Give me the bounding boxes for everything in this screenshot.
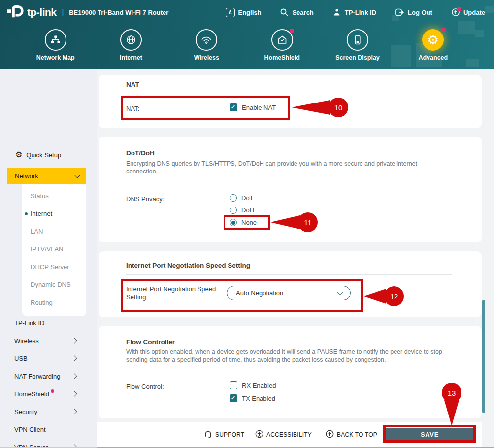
divider (126, 274, 452, 275)
update-label: Update (463, 9, 485, 16)
sidebar-item-iptv-vlan[interactable]: IPTV/VLAN (22, 241, 86, 258)
sidebar-item-network[interactable]: Network (7, 168, 86, 184)
nav-label: Wireless (194, 54, 219, 61)
dot-radio[interactable] (230, 194, 237, 202)
sidebar-item-quick-setup[interactable]: ⚙ Quick Setup (15, 151, 61, 159)
sidebar-item-nat-forwarding[interactable]: NAT Forwarding (0, 367, 97, 385)
sidebar-item-routing[interactable]: Routing (22, 294, 86, 311)
update-icon (451, 8, 460, 17)
sidebar-item-label: NAT Forwarding (14, 373, 60, 380)
router-model-title: BE19000 Tri-Band Wi-Fi 7 Router (69, 9, 168, 16)
rx-enabled-checkbox[interactable] (230, 381, 237, 389)
language-label: English (238, 9, 262, 16)
nav-screen-display[interactable]: Screen Display (320, 25, 395, 68)
sidebar-item-status[interactable]: Status (22, 187, 86, 205)
search-menu[interactable]: Search (280, 8, 313, 17)
search-label: Search (292, 9, 313, 16)
dot-doh-title: DoT/DoH (126, 149, 155, 157)
nav-label: Network Map (36, 54, 75, 61)
sidebar-item-usb[interactable]: USB (0, 349, 97, 367)
brand-name: tp-link (27, 6, 57, 18)
accessibility-link[interactable]: ACCESSIBILITY (255, 422, 312, 447)
sidebar-item-security[interactable]: Security (0, 403, 97, 420)
sidebar-list: TP-Link ID Wireless USB NAT Forwarding H… (0, 314, 97, 448)
nav-internet[interactable]: Internet (93, 25, 168, 68)
top-menu: A English Search (226, 0, 486, 25)
chevron-right-icon (71, 391, 77, 396)
language-menu[interactable]: A English (226, 8, 262, 17)
sidebar-item-homeshield[interactable]: HomeShield (0, 385, 97, 403)
nav-wireless[interactable]: Wireless (169, 25, 244, 68)
nav-label: Internet (120, 54, 142, 61)
logout-menu[interactable]: Log Out (395, 8, 432, 17)
flow-controller-title: Flow Controller (126, 338, 175, 345)
tx-enabled-label: TX Enabled (242, 395, 275, 402)
update-menu[interactable]: Update (451, 8, 485, 17)
annotation-callout-12: 12 (384, 286, 404, 306)
sidebar-item-label: Wireless (14, 337, 39, 345)
sidebar-item-dhcp-server[interactable]: DHCP Server (22, 258, 86, 276)
sidebar-item-lan[interactable]: LAN (22, 223, 86, 241)
quick-setup-icon: ⚙ (15, 151, 22, 159)
flow-control-label: Flow Control: (126, 383, 164, 390)
annotation-box-11 (224, 215, 270, 230)
nat-card-title: NAT (126, 81, 139, 88)
back-to-top-icon (326, 430, 334, 440)
dot-radio-label: DoT (241, 194, 254, 202)
sidebar-item-label: Security (14, 408, 37, 415)
nav-network-map[interactable]: Network Map (18, 25, 93, 68)
router-admin-page: tp-link | BE19000 Tri-Band Wi-Fi 7 Route… (0, 0, 494, 448)
divider (126, 367, 452, 367)
nav-advanced[interactable]: ⚙ Advanced (395, 25, 471, 68)
sidebar-item-label: VPN Client (14, 426, 46, 433)
search-icon (280, 8, 289, 17)
annotation-box-13 (383, 425, 476, 443)
sidebar-item-internet[interactable]: Internet (22, 205, 86, 223)
user-icon (332, 8, 341, 17)
main-nav: Network Map Internet (18, 25, 471, 68)
window-bottom-edge (97, 447, 494, 448)
sidebar-item-tplink-id[interactable]: TP-Link ID (0, 314, 97, 332)
annotation-callout-11: 11 (298, 212, 318, 232)
back-to-top-link[interactable]: BACK TO TOP (326, 422, 377, 447)
advanced-gear-icon: ⚙ (422, 29, 444, 51)
support-link[interactable]: SUPPORT (204, 422, 244, 447)
annotation-box-12 (121, 279, 363, 312)
chevron-right-icon (71, 355, 77, 361)
logout-label: Log Out (408, 9, 432, 16)
dns-privacy-dot: DoT (230, 194, 254, 202)
sidebar-item-wireless[interactable]: Wireless (0, 332, 97, 349)
title-separator: | (62, 8, 64, 16)
nav-label: HomeShield (264, 54, 300, 61)
update-badge (457, 7, 461, 11)
nav-label: Advanced (418, 54, 448, 61)
sidebar-item-label: TP-Link ID (14, 319, 44, 327)
dns-privacy-doh: DoH (230, 207, 254, 214)
homeshield-nav-badge (290, 29, 294, 33)
dns-privacy-label: DNS Privacy: (126, 195, 164, 203)
flow-controller-card: Flow Controller With this option enabled… (99, 326, 482, 418)
support-label: SUPPORT (215, 431, 244, 438)
dot-doh-description: Encrypting DNS queries by TLS/HTTPS, DoT… (126, 160, 429, 175)
scrollbar-thumb[interactable] (482, 300, 485, 413)
nav-homeshield[interactable]: HomeShield (244, 25, 320, 68)
screen-display-icon (347, 29, 368, 51)
rx-enabled-row: RX Enabled (230, 381, 276, 389)
wifi-icon (196, 29, 217, 51)
tx-enabled-checkbox[interactable] (230, 394, 237, 402)
tplink-id-menu[interactable]: TP-Link ID (332, 8, 376, 17)
annotation-box-10 (121, 96, 290, 120)
header-decoration (475, 30, 484, 37)
tplink-id-label: TP-Link ID (345, 9, 376, 16)
doh-radio-label: DoH (241, 207, 254, 214)
sidebar-item-dynamic-dns[interactable]: Dynamic DNS (22, 276, 86, 294)
network-label: Network (15, 172, 38, 180)
logout-icon (395, 8, 404, 17)
window-bottom-edge (0, 447, 97, 448)
top-bar: tp-link | BE19000 Tri-Band Wi-Fi 7 Route… (0, 0, 494, 25)
chevron-down-icon (74, 172, 80, 178)
sidebar-item-vpn-client[interactable]: VPN Client (0, 420, 97, 438)
annotation-callout-13: 13 (442, 383, 461, 403)
doh-radio[interactable] (230, 207, 237, 214)
brand-logo: tp-link (7, 4, 57, 20)
